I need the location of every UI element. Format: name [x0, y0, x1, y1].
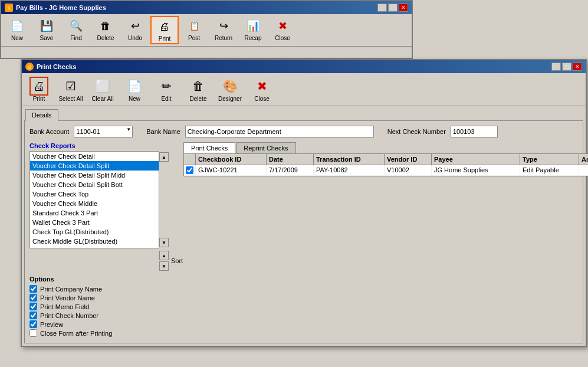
header-type: Type [520, 154, 579, 165]
report-list-item[interactable]: Voucher Check Middle [30, 199, 159, 208]
dialog-toolbar: 🖨 Print ☑ Select All ⬜ Clear All 📄 New ✏… [22, 73, 586, 106]
grid-cell: JG Home Supplies [432, 165, 520, 175]
dialog-tabs: Details [22, 106, 586, 120]
bank-name-input[interactable] [185, 126, 374, 137]
report-list-item[interactable]: Voucher Check Detail Split Midd [30, 171, 159, 180]
bank-account-label: Bank Account [29, 128, 69, 135]
check-reports-label: Check Reports [29, 142, 180, 149]
dialog-icon: 🖨 [25, 63, 34, 71]
post-button[interactable]: 📋 Post [180, 16, 208, 44]
undo-icon: ↩ [127, 18, 143, 34]
option-label-print-vendor-name: Print Vendor Name [40, 294, 95, 302]
dialog-select-all-icon: ☑ [61, 77, 80, 96]
right-panel: Print Checks Reprint Checks Checkbook ID… [183, 142, 588, 338]
main-close-btn[interactable]: ✕ [399, 4, 408, 12]
main-minimize-btn[interactable]: ─ [377, 4, 387, 12]
dialog-close-btn[interactable]: ✕ [573, 63, 582, 71]
report-list-item[interactable]: Check Bottom GL(Distributed) [30, 246, 159, 248]
header-payee: Payee [432, 154, 520, 165]
table-row[interactable]: GJWC-102217/17/2009PAY-10082V10002JG Hom… [184, 165, 588, 176]
new-button[interactable]: 📄 New [3, 16, 31, 44]
grid-cell: PAY-10082 [314, 165, 385, 175]
report-list-item[interactable]: Voucher Check Detail Split Bott [30, 180, 159, 189]
sort-up-button[interactable]: ▲ [159, 251, 169, 260]
report-list-item[interactable]: Voucher Check Top [30, 189, 159, 199]
option-checkbox-print-memo-field[interactable] [29, 303, 37, 310]
dialog-select-all-button[interactable]: ☑ Select All [55, 75, 86, 104]
scroll-down-button[interactable]: ▼ [159, 238, 169, 247]
dialog-edit-button[interactable]: ✏ Edit [151, 75, 182, 104]
dialog-print-button[interactable]: 🖨 Print [24, 75, 54, 104]
grid-cell: 7/17/2009 [267, 165, 314, 175]
recap-button[interactable]: 📊 Recap [239, 16, 267, 44]
option-checkbox-print-company-name[interactable] [29, 285, 37, 293]
report-list-item[interactable]: Voucher Check Detail [30, 152, 159, 161]
left-panel: Check Reports Voucher Check DetailVouche… [29, 142, 180, 338]
details-tab[interactable]: Details [25, 109, 58, 121]
dialog-select-all-label: Select All [58, 96, 83, 102]
row-checkbox[interactable] [186, 166, 193, 174]
dialog-delete-icon: 🗑 [189, 77, 208, 96]
dialog-new-button[interactable]: 📄 New [119, 75, 150, 104]
dialog-edit-label: Edit [161, 96, 171, 102]
next-check-number-label: Next Check Number [387, 128, 446, 135]
option-checkbox-print-vendor-name[interactable] [29, 294, 37, 302]
report-list-item[interactable]: Voucher Check Detail Split [30, 161, 159, 171]
reprint-checks-tab[interactable]: Reprint Checks [236, 142, 295, 153]
dialog-designer-button[interactable]: 🎨 Designer [215, 75, 245, 104]
report-list-item[interactable]: Check Middle GL(Distributed) [30, 237, 159, 246]
sort-area: ▲ ▼ Sort [29, 251, 180, 271]
option-row: Preview [29, 320, 180, 328]
undo-button[interactable]: ↩ Undo [121, 16, 149, 44]
dialog-print-icon: 🖨 [29, 77, 48, 96]
dialog-maximize-btn[interactable]: □ [562, 63, 571, 71]
report-list[interactable]: Voucher Check DetailVoucher Check Detail… [29, 151, 159, 248]
header-amount: Amount [579, 154, 588, 165]
main-maximize-btn[interactable]: □ [388, 4, 398, 12]
header-checkbook-id: Checkbook ID [196, 154, 267, 165]
print-button[interactable]: 🖨 Print [150, 16, 179, 44]
next-check-number-input[interactable] [451, 126, 498, 137]
option-label-print-check-number: Print Check Number [40, 312, 98, 319]
delete-button[interactable]: 🗑 Delete [91, 16, 120, 44]
report-list-item[interactable]: Standard Check 3 Part [30, 208, 159, 218]
option-checkbox-preview[interactable] [29, 320, 37, 328]
return-icon: ↪ [215, 18, 232, 34]
option-row: Print Check Number [29, 312, 180, 319]
return-button[interactable]: ↪ Return [209, 16, 238, 44]
grid-cell: Edit Payable [520, 165, 579, 175]
option-label-print-company-name: Print Company Name [40, 286, 102, 293]
grid-cell: V10002 [385, 165, 432, 175]
grid-checkbox[interactable] [184, 165, 196, 175]
report-list-item[interactable]: Wallet Check 3 Part [30, 218, 159, 227]
dialog-minimize-btn[interactable]: ─ [551, 63, 561, 71]
sort-down-button[interactable]: ▼ [159, 261, 169, 271]
dialog-close-toolbar-button[interactable]: ✖ Close [247, 75, 277, 104]
delete-icon: 🗑 [97, 18, 114, 34]
main-title-text: Pay Bills - JG Home Supplies [16, 4, 106, 11]
option-row: Print Memo Field [29, 303, 180, 310]
option-row: Close Form after Printing [29, 329, 180, 337]
save-button[interactable]: 💾 Save [32, 16, 61, 44]
print-checks-tab[interactable]: Print Checks [183, 142, 235, 153]
save-icon: 💾 [38, 18, 55, 34]
bank-account-select[interactable]: 1100-01 [74, 126, 133, 137]
close-main-button[interactable]: ✖ Close [268, 16, 297, 44]
option-row: Print Vendor Name [29, 294, 180, 302]
dialog-delete-label: Delete [190, 96, 207, 102]
main-toolbar: 📄 New 💾 Save 🔍 Find 🗑 Delete ↩ Undo 🖨 Pr… [1, 14, 412, 47]
print-checks-dialog: 🖨 Print Checks ─ □ ✕ 🖨 Print ☑ Select Al… [21, 59, 587, 347]
dialog-clear-all-button[interactable]: ⬜ Clear All [87, 75, 118, 104]
dialog-delete-button[interactable]: 🗑 Delete [183, 75, 213, 104]
header-checkbox [184, 154, 196, 165]
details-panel: Bank Account 1100-01 Bank Name Next Chec… [24, 120, 583, 343]
dialog-print-label: Print [33, 96, 45, 102]
find-button[interactable]: 🔍 Find [62, 16, 90, 44]
bank-account-row: Bank Account 1100-01 Bank Name Next Chec… [29, 126, 578, 137]
option-checkbox-print-check-number[interactable] [29, 312, 37, 319]
scroll-up-button[interactable]: ▲ [159, 152, 169, 162]
option-checkbox-close-form[interactable] [29, 329, 37, 337]
report-list-item[interactable]: Check Top GL(Distributed) [30, 227, 159, 237]
dialog-title-text: Print Checks [37, 63, 76, 70]
dialog-title-bar: 🖨 Print Checks ─ □ ✕ [22, 60, 586, 73]
